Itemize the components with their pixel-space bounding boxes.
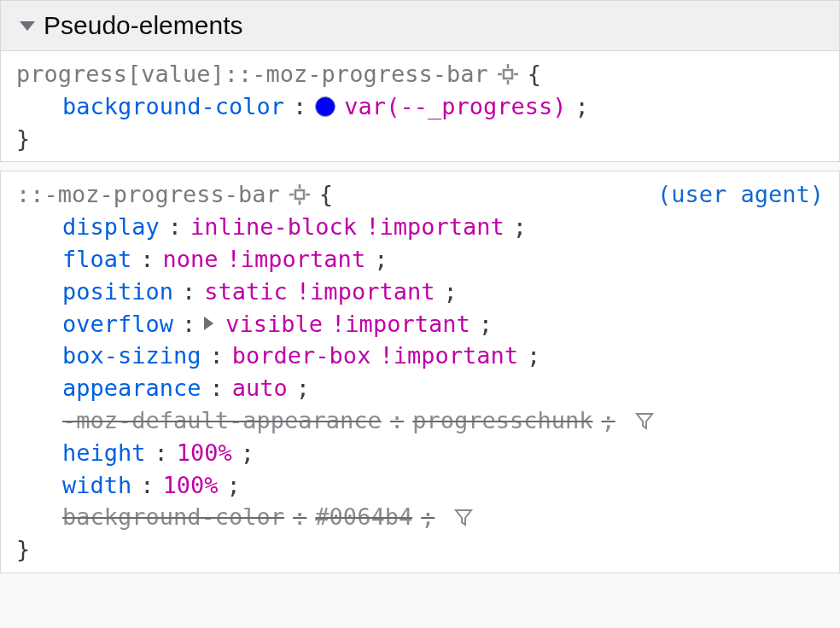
declaration[interactable]: appearance: auto;	[62, 372, 824, 404]
property-name: overflow	[62, 308, 173, 340]
colon: :	[293, 90, 306, 123]
colon: :	[182, 276, 195, 308]
property-value: border-box	[232, 340, 371, 372]
property-value: 100%	[163, 469, 219, 502]
declarations: display: inline-block !important;float: …	[16, 211, 824, 533]
colon: :	[140, 243, 154, 276]
semicolon: ;	[601, 404, 615, 437]
important-flag: !important	[379, 340, 518, 372]
property-name: position	[62, 276, 173, 308]
declaration[interactable]: float: none !important;	[62, 243, 824, 276]
semicolon: ;	[479, 308, 493, 340]
filter-icon[interactable]	[453, 507, 474, 527]
colon: :	[168, 211, 182, 243]
selector-text: ::-moz-progress-bar	[16, 178, 280, 211]
semicolon: ;	[241, 437, 254, 469]
declaration[interactable]: overflow: visible !important;	[62, 308, 824, 340]
expand-shorthand-icon[interactable]	[204, 317, 213, 330]
property-value: 100%	[177, 437, 232, 469]
semicolon: ;	[296, 372, 310, 404]
property-value: static	[204, 276, 288, 308]
svg-rect-5	[295, 190, 304, 199]
close-brace: }	[16, 123, 824, 155]
css-rule-user-agent: ::-moz-progress-bar { (user agent) displ…	[0, 171, 840, 573]
colon: :	[140, 469, 154, 502]
styles-panel: Pseudo-elements progress[value]::-moz-pr…	[0, 0, 840, 573]
important-flag: !important	[365, 211, 505, 243]
important-flag: !important	[227, 243, 366, 276]
declarations: background-color: var(--_progress);	[16, 90, 824, 123]
property-value: inline-block	[190, 211, 357, 243]
css-rule-author: progress[value]::-moz-progress-bar { bac…	[0, 51, 840, 162]
close-brace: }	[16, 533, 824, 566]
color-swatch[interactable]	[315, 96, 335, 117]
declaration[interactable]: width: 100%;	[62, 469, 824, 502]
selector-line[interactable]: progress[value]::-moz-progress-bar {	[16, 58, 824, 90]
filter-icon[interactable]	[634, 410, 655, 431]
colon: :	[210, 340, 224, 372]
section-title: Pseudo-elements	[44, 8, 242, 44]
declaration[interactable]: position: static !important;	[62, 276, 824, 308]
property-value: var(--_progress)	[344, 90, 566, 123]
colon: :	[182, 308, 195, 340]
colon: :	[155, 437, 168, 469]
colon: :	[293, 501, 306, 533]
property-value: visible	[225, 308, 323, 340]
declaration[interactable]: box-sizing: border-box !important;	[62, 340, 824, 372]
open-brace: {	[319, 178, 333, 211]
property-value: #0064b4	[315, 501, 412, 533]
select-element-icon[interactable]	[497, 63, 519, 85]
property-name: appearance	[62, 372, 201, 404]
property-name: float	[62, 243, 131, 276]
property-name: box-sizing	[62, 340, 201, 372]
colon: :	[390, 404, 404, 437]
open-brace: {	[528, 58, 541, 90]
property-name: background-color	[62, 501, 284, 533]
declaration[interactable]: -moz-default-appearance: progresschunk;	[62, 404, 824, 437]
select-element-icon[interactable]	[289, 183, 311, 206]
important-flag: !important	[331, 308, 470, 340]
semicolon: ;	[227, 469, 241, 502]
svg-rect-0	[504, 70, 512, 78]
semicolon: ;	[527, 340, 540, 372]
property-value: auto	[232, 372, 288, 404]
selector-text: progress[value]::-moz-progress-bar	[16, 58, 488, 90]
property-name: height	[62, 437, 146, 469]
semicolon: ;	[421, 501, 435, 533]
declaration[interactable]: background-color: var(--_progress);	[62, 90, 824, 123]
property-name: -moz-default-appearance	[62, 404, 382, 437]
selector-line[interactable]: ::-moz-progress-bar { (user agent)	[16, 178, 824, 211]
declaration[interactable]: background-color: #0064b4;	[62, 501, 824, 533]
property-name: background-color	[62, 90, 284, 123]
colon: :	[210, 372, 224, 404]
semicolon: ;	[443, 276, 457, 308]
property-name: display	[62, 211, 160, 243]
property-value: progresschunk	[412, 404, 592, 437]
declaration[interactable]: display: inline-block !important;	[62, 211, 824, 243]
chevron-down-icon	[20, 21, 35, 31]
semicolon: ;	[513, 211, 527, 243]
semicolon: ;	[374, 243, 388, 276]
stylesheet-source[interactable]: (user agent)	[657, 178, 824, 211]
declaration[interactable]: height: 100%;	[62, 437, 824, 469]
pseudo-elements-header[interactable]: Pseudo-elements	[0, 0, 840, 51]
property-value: none	[163, 243, 219, 276]
semicolon: ;	[575, 90, 588, 123]
property-name: width	[62, 469, 131, 502]
important-flag: !important	[296, 276, 435, 308]
